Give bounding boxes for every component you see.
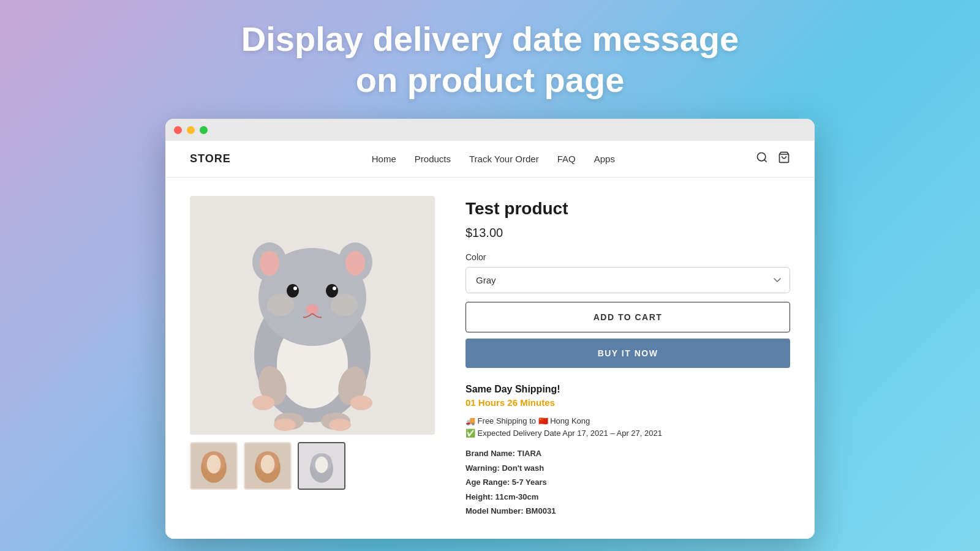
hero-title: Display delivery date message on product… (241, 18, 739, 100)
svg-point-23 (274, 419, 296, 431)
nav-icons (756, 151, 790, 167)
nav-home[interactable]: Home (372, 154, 396, 164)
nav-faq[interactable]: FAQ (557, 154, 576, 164)
product-details: Brand Name: TIARA Warning: Don't wash Ag… (466, 446, 790, 518)
svg-point-29 (207, 455, 221, 473)
delivery-date-info: ✅ Expected Delivery Date Apr 17, 2021 – … (466, 429, 790, 438)
maximize-button[interactable] (200, 126, 208, 134)
svg-point-14 (333, 287, 336, 290)
color-select[interactable]: Gray Brown White (466, 267, 790, 293)
svg-line-1 (764, 160, 767, 162)
thumbnail-3[interactable] (298, 442, 345, 490)
svg-point-15 (306, 304, 318, 314)
store-page: STORE Home Products Track Your Order FAQ… (165, 141, 815, 539)
same-day-shipping-label: Same Day Shipping! (466, 384, 790, 395)
store-logo: STORE (190, 152, 231, 165)
shipping-section: Same Day Shipping! 01 Hours 26 Minutes 🚚… (466, 384, 790, 438)
nav-track-order[interactable]: Track Your Order (469, 154, 539, 164)
thumbnail-row (190, 442, 435, 490)
svg-point-13 (326, 284, 338, 298)
product-image-section (190, 196, 435, 518)
svg-point-12 (293, 287, 297, 290)
close-button[interactable] (174, 126, 182, 134)
countdown-timer: 01 Hours 26 Minutes (466, 397, 790, 408)
svg-point-16 (267, 294, 294, 316)
store-nav: STORE Home Products Track Your Order FAQ… (165, 141, 815, 178)
svg-point-0 (758, 153, 766, 161)
nav-links: Home Products Track Your Order FAQ Apps (231, 154, 756, 165)
svg-point-33 (261, 455, 275, 473)
product-title: Test product (466, 199, 790, 219)
browser-titlebar (165, 119, 815, 141)
free-shipping-info: 🚚 Free Shipping to 🇨🇳 Hong Kong (466, 416, 790, 425)
minimize-button[interactable] (187, 126, 195, 134)
svg-point-37 (315, 457, 328, 473)
nav-products[interactable]: Products (415, 154, 451, 164)
cart-icon[interactable] (778, 151, 790, 167)
product-info: Test product $13.00 Color Gray Brown Whi… (466, 196, 790, 518)
thumbnail-1[interactable] (190, 442, 238, 490)
color-label: Color (466, 252, 790, 262)
search-icon[interactable] (756, 151, 768, 167)
svg-point-11 (287, 284, 299, 298)
product-layout: Test product $13.00 Color Gray Brown Whi… (165, 178, 815, 536)
svg-point-8 (260, 251, 279, 276)
main-product-image (190, 196, 435, 435)
svg-point-21 (350, 395, 372, 410)
svg-point-10 (345, 251, 365, 276)
thumbnail-2[interactable] (244, 442, 292, 490)
buy-now-button[interactable]: BUY IT NOW (466, 339, 790, 368)
product-price: $13.00 (466, 226, 790, 240)
nav-apps[interactable]: Apps (594, 154, 615, 164)
svg-point-25 (329, 419, 351, 431)
svg-point-17 (331, 294, 358, 316)
browser-window: STORE Home Products Track Your Order FAQ… (165, 119, 815, 539)
add-to-cart-button[interactable]: ADD TO CART (466, 302, 790, 332)
svg-point-19 (252, 395, 274, 410)
